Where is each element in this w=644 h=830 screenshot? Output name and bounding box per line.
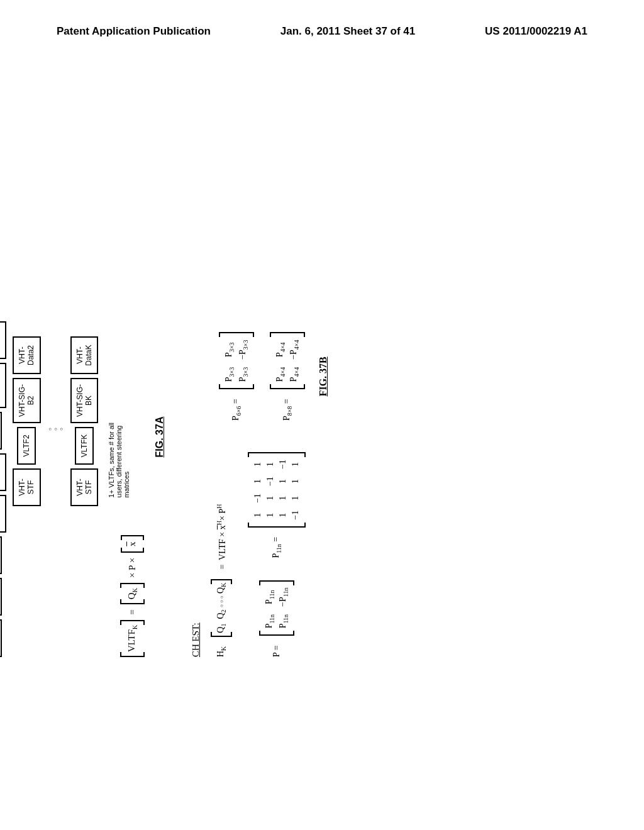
- p8x8-equation: P8×8 = P4×4P4×4 P4×4−P4×4: [270, 332, 305, 421]
- box-vltfk: VLTFK: [75, 427, 94, 465]
- box-vltf1: VLTF1: [0, 412, 2, 450]
- box-vhtsiga: VHT-SIG-A: [0, 495, 6, 533]
- box-vhtdata1: VHT-Data1: [0, 321, 6, 359]
- vltf-equation: VLTFK = QK × P × x: [120, 535, 145, 657]
- box-vhtstf1: VHT-STF: [0, 453, 6, 491]
- box-lstf: L-STF: [0, 619, 2, 657]
- p6x6-equation: P6×6 = P3×3P3×3 P3×3−P3×3: [219, 332, 254, 421]
- box-vhtstf2: VHT-STF: [13, 468, 41, 506]
- header-center: Jan. 6, 2011 Sheet 37 of 41: [280, 25, 416, 38]
- annotation-text: 1+ VLTFs, same # for all users, differen…: [108, 409, 130, 497]
- box-vhtdata2: VHT-Data2: [13, 336, 41, 374]
- packet-row-2: VHT-STF VLTF2 VHT-SIG-B2 VHT-Data2: [13, 336, 41, 506]
- fig37b-label: FIG. 37B: [318, 332, 329, 421]
- box-vltf2: VLTF2: [17, 427, 36, 465]
- ch-est-equation: HK Q1 Q2 ○ ○ ○ QK = VLTF × xH× PH: [211, 452, 232, 657]
- p-matrix-equation: P = P11nP11n P11n−P11n P11n = 1−111 11−1…: [248, 452, 306, 657]
- box-lsig: L-SIG: [0, 536, 2, 574]
- ch-est-label: CH EST:: [191, 452, 201, 657]
- box-vhtsigbk: VHT-SIG-BK: [70, 378, 99, 423]
- box-vhtsigb2: VHT-SIG-B2: [13, 378, 41, 423]
- box-vhtdatak: VHT-DataK: [70, 336, 99, 374]
- header-right: US 2011/0002219 A1: [485, 25, 587, 38]
- box-vhtstfk: VHT-STF: [70, 468, 99, 506]
- fig37a-label: FIG. 37A: [154, 217, 165, 657]
- packet-row-k: VHT-STF VLTFK VHT-SIG-BK VHT-DataK: [70, 336, 99, 506]
- header-left: Patent Application Publication: [57, 25, 211, 38]
- box-lltf: L-LTF: [0, 578, 2, 616]
- packet-row-1: L-STF L-LTF L-SIG VHT-SIG-A VHT-STF VLTF…: [0, 321, 6, 657]
- dots-rows: ○○○: [47, 425, 64, 431]
- box-vhtsigb1: VHT-SIG-B1: [0, 363, 6, 408]
